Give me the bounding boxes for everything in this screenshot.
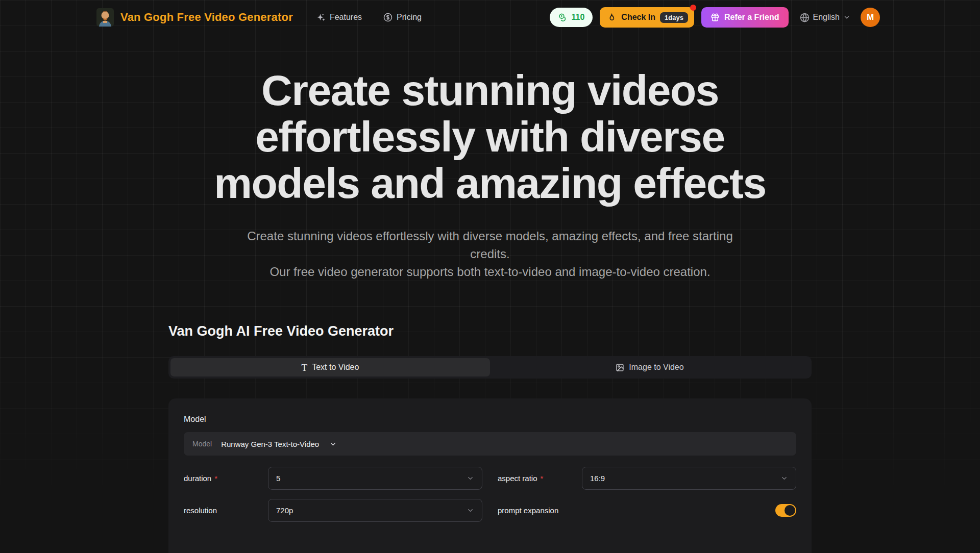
- chevron-down-icon: [780, 474, 788, 482]
- credits-badge[interactable]: 110: [550, 8, 593, 27]
- duration-label: duration*: [184, 474, 268, 483]
- tab-text-to-video-label: Text to Video: [312, 363, 359, 372]
- mode-tabbar: T Text to Video Image to Video: [168, 356, 812, 379]
- nav-pricing[interactable]: Pricing: [383, 13, 422, 22]
- toggle-knob: [785, 505, 795, 516]
- aspect-ratio-value: 16:9: [590, 474, 605, 483]
- prompt-expansion-toggle[interactable]: [775, 504, 796, 517]
- nav-features-label: Features: [330, 13, 362, 22]
- tab-text-to-video[interactable]: T Text to Video: [170, 358, 490, 376]
- duration-select[interactable]: 5: [268, 467, 482, 490]
- gift-icon: [710, 13, 720, 22]
- generator-section: Van Gogh AI Free Video Generator T Text …: [168, 323, 812, 553]
- refer-label: Refer a Friend: [724, 13, 779, 22]
- sparkles-icon: [316, 13, 326, 22]
- check-in-label: Check In: [621, 13, 655, 22]
- field-grid: duration* 5 aspect ratio* 16:9: [184, 467, 796, 522]
- header-actions: 110 Check In 1days Refer a Friend: [550, 7, 880, 28]
- aspect-ratio-select[interactable]: 16:9: [582, 467, 796, 490]
- language-label: English: [813, 13, 840, 22]
- resolution-field: resolution 720p: [184, 499, 482, 522]
- hero-title-line-1: Create stunning videos: [0, 67, 980, 114]
- text-tool-icon: T: [302, 363, 308, 372]
- hero-title: Create stunning videos effortlessly with…: [0, 67, 980, 207]
- credits-count: 110: [572, 13, 585, 22]
- chevron-down-icon: [329, 440, 337, 448]
- duration-field: duration* 5: [184, 467, 482, 490]
- check-in-button[interactable]: Check In 1days: [600, 7, 694, 28]
- user-avatar[interactable]: M: [861, 8, 880, 27]
- generator-panel: Model Model Runway Gen-3 Text-to-Video d…: [168, 398, 812, 553]
- van-gogh-logo-icon: [96, 8, 114, 27]
- brand-title[interactable]: Van Gogh Free Video Generator: [120, 11, 293, 24]
- model-field-value: Runway Gen-3 Text-to-Video: [221, 440, 319, 448]
- resolution-label: resolution: [184, 506, 268, 515]
- prompt-expansion-field: prompt expansion: [498, 499, 796, 522]
- hero-title-line-3: models and amazing effects: [0, 160, 980, 207]
- header: Van Gogh Free Video Generator Features P…: [0, 0, 980, 35]
- required-marker: *: [214, 474, 217, 483]
- duration-value: 5: [276, 474, 280, 483]
- notification-dot: [690, 5, 696, 11]
- chevron-down-icon: [467, 507, 474, 514]
- tab-image-to-video[interactable]: Image to Video: [490, 358, 810, 376]
- tab-image-to-video-label: Image to Video: [629, 363, 683, 372]
- generator-heading: Van Gogh AI Free Video Generator: [168, 323, 812, 339]
- image-icon: [616, 363, 624, 372]
- chevron-down-icon: [467, 474, 474, 482]
- nav-features[interactable]: Features: [316, 13, 362, 22]
- model-section-label: Model: [184, 415, 796, 424]
- main-nav: Features Pricing: [316, 13, 422, 22]
- dollar-circle-icon: [383, 13, 393, 22]
- nav-pricing-label: Pricing: [397, 13, 422, 22]
- refer-a-friend-button[interactable]: Refer a Friend: [701, 7, 789, 28]
- coins-icon: [558, 13, 568, 22]
- hero-subtitle-line-1: Create stunning videos effortlessly with…: [237, 227, 743, 263]
- model-field-label: Model: [192, 440, 212, 448]
- check-in-days-badge: 1days: [660, 12, 688, 23]
- hero-title-line-2: effortlessly with diverse: [0, 114, 980, 160]
- globe-icon: [800, 13, 810, 22]
- aspect-ratio-field: aspect ratio* 16:9: [498, 467, 796, 490]
- resolution-value: 720p: [276, 506, 293, 515]
- hero-subtitle: Create stunning videos effortlessly with…: [237, 227, 743, 281]
- model-select[interactable]: Model Runway Gen-3 Text-to-Video: [184, 432, 796, 456]
- prompt-expansion-label: prompt expansion: [498, 506, 558, 515]
- flame-icon: [607, 13, 617, 22]
- resolution-select[interactable]: 720p: [268, 499, 482, 522]
- hero-section: Create stunning videos effortlessly with…: [0, 67, 980, 281]
- language-selector[interactable]: English: [800, 13, 850, 22]
- chevron-down-icon: [843, 14, 850, 21]
- required-marker: *: [541, 474, 544, 483]
- hero-subtitle-line-2: Our free video generator supports both t…: [237, 263, 743, 281]
- aspect-ratio-label: aspect ratio*: [498, 474, 582, 483]
- avatar-initial: M: [867, 12, 874, 22]
- brand[interactable]: Van Gogh Free Video Generator: [96, 8, 293, 27]
